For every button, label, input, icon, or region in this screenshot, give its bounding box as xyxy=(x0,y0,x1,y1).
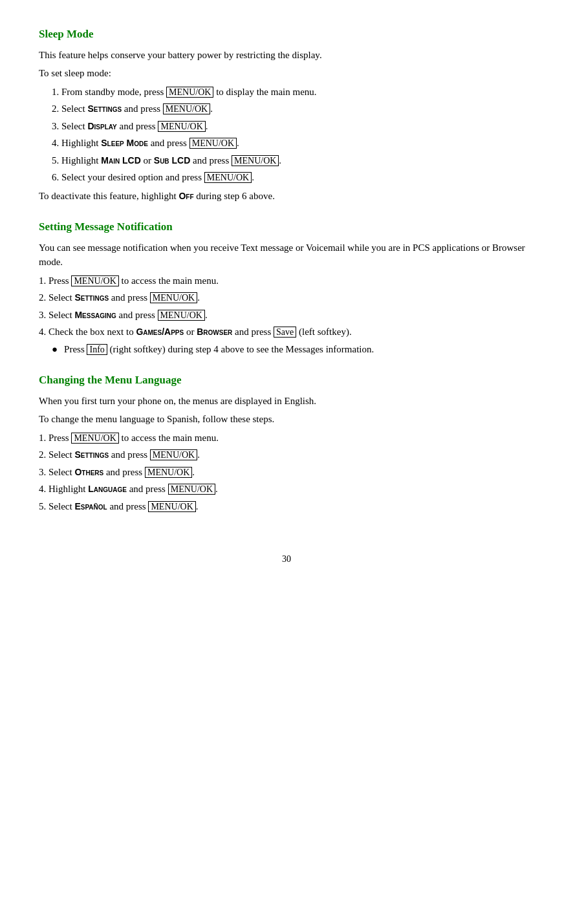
msg-step-2: 2. Select Settings and press MENU/OK. xyxy=(39,290,534,305)
msg-bullet-text: Press Info (right softkey) during step 4… xyxy=(64,342,374,357)
sleep-mode-label: Sleep Mode xyxy=(101,138,148,148)
lang-step-2: 2. Select Settings and press MENU/OK. xyxy=(39,447,534,462)
browser-label: Browser xyxy=(197,327,232,337)
message-notification-title: Setting Message Notification xyxy=(39,219,534,235)
sleep-mode-steps: From standby mode, press MENU/OK to disp… xyxy=(52,85,534,185)
menu-ok-key-lang2: MENU/OK xyxy=(150,449,197,460)
message-notification-intro: You can see message notification when yo… xyxy=(39,241,534,270)
menu-ok-key-3: MENU/OK xyxy=(158,121,205,132)
save-key: Save xyxy=(274,327,296,338)
menu-ok-key-msg2: MENU/OK xyxy=(150,292,197,303)
sleep-step-3: Select Display and press MENU/OK. xyxy=(52,119,534,134)
sleep-step-6: Select your desired option and press MEN… xyxy=(52,170,534,185)
menu-ok-key-lang4: MENU/OK xyxy=(168,484,215,495)
sleep-mode-section: Sleep Mode This feature helps conserve y… xyxy=(39,26,534,203)
sleep-step-2: Select Settings and press MENU/OK. xyxy=(52,102,534,116)
sleep-mode-note: To deactivate this feature, highlight Of… xyxy=(39,189,534,204)
language-label: Language xyxy=(88,484,127,494)
main-lcd-label: Main LCD xyxy=(101,155,141,166)
menu-ok-key-5: MENU/OK xyxy=(232,155,279,166)
sleep-mode-to-set: To set sleep mode: xyxy=(39,66,534,81)
menu-language-title: Changing the Menu Language xyxy=(39,372,534,389)
page-number: 30 xyxy=(39,552,534,566)
settings-label-lang: Settings xyxy=(74,449,109,460)
msg-bullet: ● Press Info (right softkey) during step… xyxy=(52,342,534,357)
sleep-mode-title: Sleep Mode xyxy=(39,26,534,43)
menu-ok-key-4: MENU/OK xyxy=(189,138,237,149)
lang-step-4: 4. Highlight Language and press MENU/OK. xyxy=(39,482,534,497)
settings-label-1: Settings xyxy=(87,103,122,114)
lang-step-1: 1. Press MENU/OK to access the main menu… xyxy=(39,431,534,446)
settings-label-msg: Settings xyxy=(74,292,109,303)
messaging-label: Messaging xyxy=(74,310,116,320)
sleep-step-4: Highlight Sleep Mode and press MENU/OK. xyxy=(52,136,534,151)
msg-step-1: 1. Press MENU/OK to access the main menu… xyxy=(39,274,534,288)
display-label: Display xyxy=(87,121,116,131)
menu-ok-key-msg3: MENU/OK xyxy=(158,310,205,321)
menu-ok-key-lang5: MENU/OK xyxy=(148,501,195,512)
msg-step-4: 4. Check the box next to Games/Apps or B… xyxy=(39,325,534,339)
menu-ok-key-2: MENU/OK xyxy=(163,103,210,114)
menu-language-section: Changing the Menu Language When you firs… xyxy=(39,372,534,513)
menu-ok-key-1: MENU/OK xyxy=(166,87,213,98)
msg-step-3: 3. Select Messaging and press MENU/OK. xyxy=(39,308,534,323)
menu-ok-key-msg1: MENU/OK xyxy=(71,275,118,286)
info-key: Info xyxy=(87,344,107,355)
menu-ok-key-lang3: MENU/OK xyxy=(145,467,192,478)
espanol-label: Español xyxy=(74,501,107,511)
sleep-mode-intro: This feature helps conserve your battery… xyxy=(39,48,534,63)
sleep-step-1: From standby mode, press MENU/OK to disp… xyxy=(52,85,534,100)
off-label: Off xyxy=(178,191,193,201)
games-apps-label: Games/Apps xyxy=(136,327,184,337)
message-notification-section: Setting Message Notification You can see… xyxy=(39,219,534,356)
menu-ok-key-6: MENU/OK xyxy=(204,172,252,183)
sub-lcd-label: Sub LCD xyxy=(154,155,190,166)
lang-step-3: 3. Select Others and press MENU/OK. xyxy=(39,465,534,480)
sleep-step-5: Highlight Main LCD or Sub LCD and press … xyxy=(52,153,534,168)
lang-step-5: 5. Select Español and press MENU/OK. xyxy=(39,499,534,514)
bullet-dot: ● xyxy=(52,342,58,357)
others-label: Others xyxy=(74,467,103,477)
menu-language-intro1: When you first turn your phone on, the m… xyxy=(39,394,534,409)
menu-language-intro2: To change the menu language to Spanish, … xyxy=(39,412,534,427)
menu-ok-key-lang1: MENU/OK xyxy=(71,433,118,444)
